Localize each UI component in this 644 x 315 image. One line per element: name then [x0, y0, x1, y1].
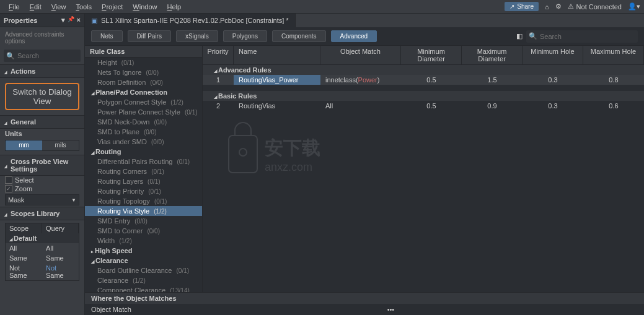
tree-item[interactable]: Power Plane Connect Style (0/1)	[85, 107, 202, 117]
mask-select[interactable]: Mask▼	[5, 194, 79, 205]
tree-item[interactable]: Height (0/1)	[85, 58, 202, 67]
svg-point-1	[239, 149, 247, 156]
filter-toggle-icon[interactable]: ◧	[516, 32, 523, 40]
menu-edit[interactable]: Edit	[25, 3, 46, 11]
menu-view[interactable]: View	[46, 3, 71, 11]
tree-header: Rule Class	[85, 46, 202, 58]
properties-panel: Properties ▾ 📌 × Advanced constraints op…	[0, 14, 85, 315]
tree-item[interactable]: Routing Priority (0/1)	[85, 186, 202, 196]
tree-item[interactable]: Width (1/2)	[85, 236, 202, 246]
watermark-icon: 安下载 anxz.com	[227, 120, 358, 182]
tree-item[interactable]: Routing Corners (0/1)	[85, 166, 202, 176]
where-matches-header: Where the Object Matches	[85, 293, 644, 304]
section-general[interactable]: General	[0, 115, 84, 129]
filter-nets[interactable]: Nets	[91, 30, 123, 42]
filter-search-input[interactable]	[540, 33, 635, 40]
rules-grid: Priority Name Object Match Minimum Diame…	[203, 46, 644, 292]
section-scopes[interactable]: Scopes Library	[0, 207, 84, 220]
scopes-grid: Scope Query ◢ Default AllAllSameSameNot …	[5, 223, 79, 281]
tree-item[interactable]: SMD Entry (0/0)	[85, 216, 202, 226]
section-cross-probe[interactable]: Cross Probe View Settings	[0, 155, 84, 176]
table-row[interactable]: 1RoutingVias_Powerinnetclass(Power)0.51.…	[203, 75, 644, 85]
rule-class-tree: Rule Class Height (0/1)Nets To Ignore (0…	[85, 46, 203, 292]
svg-text:anxz.com: anxz.com	[265, 161, 312, 173]
tree-item[interactable]: SMD to Plane (0/0)	[85, 127, 202, 137]
tree-item[interactable]: Differential Pairs Routing (0/1)	[85, 157, 202, 166]
filter-advanced[interactable]: Advanced	[331, 30, 377, 42]
tree-item[interactable]: SMD Neck-Down (0/0)	[85, 117, 202, 127]
rules-columns: Priority Name Object Match Minimum Diame…	[203, 46, 644, 65]
menubar: File Edit View Tools Project Window Help…	[0, 0, 644, 14]
object-match-label: Object Match	[91, 306, 131, 313]
filter-polygons[interactable]: Polygons	[223, 30, 267, 42]
tree-group[interactable]: ▸ High Speed	[85, 246, 202, 256]
filter-search[interactable]: 🔍	[526, 30, 638, 43]
select-checkbox[interactable]: Select	[0, 176, 84, 184]
where-matches-panel: Where the Object Matches Object Match ••…	[85, 292, 644, 315]
table-row[interactable]: 2RoutingViasAll0.50.90.30.6	[203, 101, 644, 111]
table-row[interactable]: SameSame	[6, 253, 79, 263]
document-tabs: ▣SL1 Xilinx Spartan-IIE PQ208 Rev1.02.Pc…	[85, 14, 644, 27]
panel-search-input[interactable]	[17, 52, 78, 59]
filter-components[interactable]: Components	[272, 30, 326, 42]
home-icon[interactable]: ⌂	[545, 3, 549, 11]
units-mm[interactable]: mm	[6, 140, 42, 150]
units-toggle[interactable]: mm mils	[5, 140, 79, 151]
rules-basic-header[interactable]: ◢ Basic Rules	[203, 91, 644, 101]
menu-file[interactable]: File	[4, 3, 25, 11]
share-button[interactable]: ↗Share	[505, 2, 539, 11]
tree-item[interactable]: Routing Topology (0/1)	[85, 196, 202, 206]
rules-adv-header[interactable]: ◢ Advanced Rules	[203, 65, 644, 75]
menu-tools[interactable]: Tools	[71, 3, 97, 11]
tree-item[interactable]: Nets To Ignore (0/0)	[85, 67, 202, 77]
filter-bar: NetsDiff PairsxSignalsPolygonsComponents…	[85, 27, 644, 46]
table-row[interactable]: Not SameNot Same	[6, 263, 79, 280]
panel-subtitle: Advanced constraints options	[0, 27, 84, 48]
tree-item[interactable]: Board Outline Clearance (0/1)	[85, 265, 202, 275]
tree-group[interactable]: ◢ Clearance	[85, 256, 202, 265]
panel-search[interactable]: 🔍	[4, 50, 81, 62]
tree-item[interactable]: Routing Via Style (1/2)	[85, 206, 202, 216]
tree-item[interactable]: Routing Layers (0/1)	[85, 176, 202, 186]
tree-item[interactable]: Polygon Connect Style (1/2)	[85, 97, 202, 107]
units-label: Units	[0, 129, 84, 139]
table-row[interactable]: AllAll	[6, 243, 79, 253]
menu-project[interactable]: Project	[97, 3, 128, 11]
col-scope[interactable]: Scope	[6, 223, 42, 233]
document-tab[interactable]: ▣SL1 Xilinx Spartan-IIE PQ208 Rev1.02.Pc…	[85, 14, 296, 27]
menu-help[interactable]: Help	[162, 3, 186, 11]
panel-close-icon[interactable]: ×	[77, 16, 81, 24]
col-query[interactable]: Query	[42, 223, 79, 233]
panel-title: Properties	[4, 17, 37, 24]
tree-group[interactable]: ◢ Routing	[85, 147, 202, 157]
panel-menu-icon[interactable]: ▾	[61, 16, 65, 24]
tree-item[interactable]: Vias under SMD (0/0)	[85, 137, 202, 147]
zoom-checkbox[interactable]: ✓Zoom	[0, 184, 84, 193]
gear-icon[interactable]: ⚙	[555, 2, 562, 11]
connection-icon[interactable]: ⚠Not Connected	[568, 2, 622, 11]
scopes-default[interactable]: ◢ Default	[6, 233, 79, 243]
filter-xsignals[interactable]: xSignals	[176, 30, 218, 42]
section-actions[interactable]: Actions	[0, 64, 84, 78]
switch-to-dialog-button[interactable]: Switch to Dialog View	[5, 83, 79, 110]
menu-window[interactable]: Window	[128, 3, 162, 11]
search-icon: 🔍	[6, 52, 15, 60]
units-mils[interactable]: mils	[42, 140, 79, 150]
svg-text:安下载: 安下载	[265, 137, 320, 158]
panel-pin-icon[interactable]: 📌	[68, 16, 74, 24]
tree-item[interactable]: Room Definition (0/0)	[85, 77, 202, 87]
filter-diff-pairs[interactable]: Diff Pairs	[128, 30, 171, 42]
tree-item[interactable]: SMD to Corner (0/0)	[85, 226, 202, 236]
svg-rect-0	[229, 136, 257, 173]
content-area: ▣SL1 Xilinx Spartan-IIE PQ208 Rev1.02.Pc…	[85, 14, 644, 315]
user-icon[interactable]: 👤▾	[628, 2, 640, 11]
tree-item[interactable]: Component Clearance (13/14)	[85, 285, 202, 292]
search-icon: 🔍	[529, 32, 537, 40]
tree-group[interactable]: ◢ Plane/Pad Connection	[85, 87, 202, 97]
object-match-more[interactable]: •••	[387, 306, 395, 313]
tree-item[interactable]: Clearance (1/2)	[85, 275, 202, 285]
